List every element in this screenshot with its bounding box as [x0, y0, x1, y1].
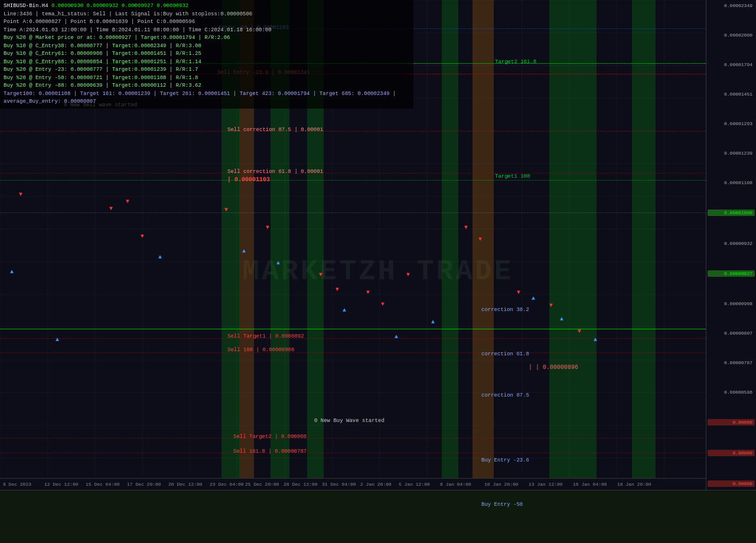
arrow-up-5: ▲	[276, 260, 280, 266]
info-line-4: Buy %20 @ Market price or at: 0.00000927…	[4, 34, 410, 42]
arrow-up-10: ▲	[560, 316, 563, 322]
info-line-8: Buy %20 @ Entry -23: 0.00000777 | Target…	[4, 66, 410, 74]
time-3: 17 Dec 20:00	[127, 482, 161, 487]
arrow-down-12: ▼	[464, 224, 468, 231]
arrow-down-9: ▼	[366, 289, 370, 296]
arrow-down-11: ▼	[406, 272, 410, 278]
arrow-up-6: ▲	[343, 307, 346, 313]
time-10: 5 Jan 12:00	[399, 482, 430, 487]
target1-line	[0, 180, 706, 181]
arrow-down-6: ▼	[266, 224, 269, 231]
price-badge-1: 0.00000	[708, 419, 755, 426]
price-2349: 0.00002349	[708, 3, 755, 8]
arrow-down-5: ▼	[224, 207, 228, 213]
info-panel: SHIBUSD-Bin.H4 0.00000930 0.00000932 0.0…	[0, 0, 413, 109]
sell-correction-875-line	[0, 131, 706, 132]
time-6: 25 Dec 20:00	[245, 482, 279, 487]
arrow-up-7: ▲	[395, 333, 398, 340]
price-1794: 0.00001794	[708, 62, 755, 67]
price-1293: 0.00001293	[708, 121, 755, 126]
arrow-down-7: ▼	[319, 272, 322, 278]
arrow-down-3: ▼	[126, 198, 129, 205]
time-8: 31 Dec 04:00	[322, 482, 356, 487]
sell-161-line	[0, 453, 706, 453]
chart-container: MARKETZH TRADE SHIBUSD-Bin.H4 0.00000930…	[0, 0, 756, 543]
time-0: 9 Dec 2023	[3, 482, 31, 487]
time-7: 28 Dec 12:00	[284, 482, 318, 487]
time-2: 15 Dec 04:00	[86, 482, 120, 487]
sell-100-line	[0, 352, 706, 353]
arrow-down-10: ▼	[381, 301, 384, 308]
time-9: 2 Jan 20:00	[360, 482, 392, 487]
time-12: 10 Jan 20:00	[484, 482, 519, 487]
time-11: 8 Jan 04:00	[440, 482, 471, 487]
arrow-up-3: ▲	[158, 254, 162, 260]
sell-target2-line	[0, 438, 706, 439]
price-badge-2: 0.00000	[708, 450, 755, 456]
sell-correction-618-line	[0, 173, 706, 174]
chart-title: SHIBUSD-Bin.H4 0.00000930 0.00000932 0.0…	[4, 2, 410, 11]
price-0927: 0.00000927	[708, 270, 755, 277]
arrow-down-4: ▼	[141, 233, 144, 240]
price-0787: 0.00000787	[708, 360, 755, 365]
arrow-up-9: ▲	[532, 295, 535, 302]
arrow-up-4: ▲	[242, 248, 246, 254]
arrow-down-1: ▼	[19, 191, 22, 198]
time-14: 16 Jan 04:00	[573, 482, 607, 487]
price-scale: 0.00002349 0.00002000 0.00001794 0.00001…	[706, 0, 756, 490]
arrow-up-2: ▲	[56, 336, 59, 343]
time-15: 18 Jan 20:00	[617, 482, 651, 487]
price-0807: 0.00000807	[708, 331, 755, 336]
info-line-3: Time A:2024.01.03 12:00:00 | Time B:2024…	[4, 27, 410, 35]
info-line-2: Point A:0.00000827 | Point B:0.00001039 …	[4, 18, 410, 27]
info-line-1: Line:3436 | tema_h1_status: Sell | Last …	[4, 11, 410, 19]
time-4: 20 Dec 12:00	[168, 482, 203, 487]
time-13: 13 Jan 12:00	[529, 482, 563, 487]
price-1-line	[0, 212, 706, 213]
price-1000: 0.00001000	[708, 210, 755, 216]
info-line-7: Buy %10 @ C_Entry88: 0.00000854 | Target…	[4, 58, 410, 67]
price-1451: 0.00001451	[708, 91, 755, 97]
arrow-down-14: ▼	[517, 289, 520, 296]
bottom-panel	[0, 490, 756, 543]
arrow-down-16: ▼	[578, 328, 581, 335]
price-0596: 0.00000596	[708, 390, 755, 395]
info-line-9: Buy %20 @ Entry -50: 0.00000721 | Target…	[4, 74, 410, 83]
price-0932: 0.00000932	[708, 241, 755, 246]
price-badge-3: 0.00000	[708, 480, 755, 487]
arrow-down-8: ▼	[335, 286, 339, 293]
info-line-11: Target100: 0.00001108 | Target 161: 0.00…	[4, 90, 410, 106]
price-1239: 0.00001239	[708, 151, 755, 156]
price-1108: 0.00001108	[708, 180, 755, 185]
info-line-10: Buy %20 @ Entry -88: 0.00000639 | Target…	[4, 82, 410, 90]
sell-target1-line	[0, 338, 706, 339]
price-0908: 0.00000908	[708, 301, 755, 306]
arrow-up-8: ▲	[431, 319, 435, 325]
price-2000: 0.00002000	[708, 32, 755, 38]
arrow-up-11: ▲	[594, 336, 597, 343]
time-axis: 9 Dec 2023 12 Dec 12:00 15 Dec 04:00 17 …	[0, 478, 706, 490]
arrow-up-1: ▲	[10, 269, 14, 275]
arrow-down-2: ▼	[109, 205, 113, 212]
time-1: 12 Dec 12:00	[44, 482, 79, 487]
arrow-down-13: ▼	[478, 236, 482, 243]
time-5: 23 Dec 04:00	[210, 482, 244, 487]
current-price-line	[0, 329, 706, 329]
info-line-5: Buy %10 @ C_Entry38: 0.00000777 | Target…	[4, 42, 410, 51]
info-line-6: Buy %10 @ C_Entry61: 0.00000908 | Target…	[4, 50, 410, 58]
arrow-down-15: ▼	[549, 302, 553, 309]
